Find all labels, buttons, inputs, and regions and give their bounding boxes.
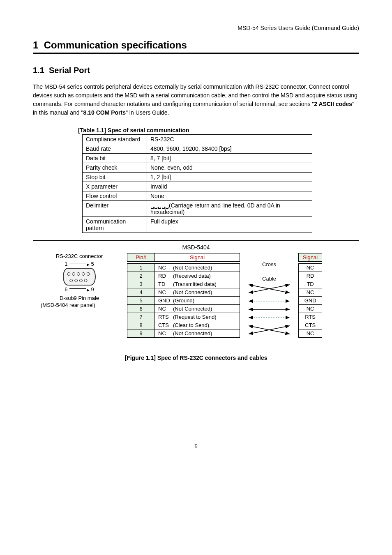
cross-label-2: Cable bbox=[247, 276, 292, 282]
pin-num: 5 bbox=[127, 297, 155, 305]
table-row: 5GND(Ground) bbox=[127, 297, 240, 305]
section-heading-1: 1 Communication specifications bbox=[33, 39, 359, 54]
sig-right-cell: RD bbox=[299, 272, 322, 280]
pin-num: 2 bbox=[127, 272, 155, 280]
signal-right-table: Signal NC RD TD NC GND NC RTS CTS NC bbox=[298, 253, 322, 338]
arrow-icon bbox=[69, 263, 86, 263]
pin-signal: RD(Received data) bbox=[155, 272, 240, 280]
table-row: NC bbox=[299, 264, 322, 272]
pin-num: 6 bbox=[127, 305, 155, 313]
pin-range-top: 1 5 bbox=[38, 261, 120, 267]
sig-right-cell: CTS bbox=[299, 321, 322, 329]
spec-val: 8, 7 [bit] bbox=[147, 154, 312, 163]
spec-val: RS-232C bbox=[147, 135, 312, 144]
pin-signal: GND(Ground) bbox=[155, 297, 240, 305]
pin-signal: CTS(Clear to Send) bbox=[155, 321, 240, 329]
body-b1: 2 ASCII codes bbox=[314, 101, 352, 107]
sig-right-header: Signal bbox=[299, 253, 322, 262]
body-p3: " in Users Guide. bbox=[126, 109, 169, 116]
spec-val: ␣␣␣␣␣(Carriage return and line feed, 0D … bbox=[147, 201, 312, 217]
pin-num: 1 bbox=[127, 264, 155, 272]
figure-box: MSD-5404 RS-232C connector 1 5 ○○○○○ ○○○… bbox=[33, 240, 359, 351]
table-row: 3TD(Transmitted data) bbox=[127, 280, 240, 288]
pin-num: 7 bbox=[127, 313, 155, 321]
pin-num: 8 bbox=[127, 321, 155, 329]
dsub9-label: D-sub9 Pin male bbox=[38, 295, 120, 301]
figure-title: MSD-5404 bbox=[38, 244, 354, 251]
table-row: Parity checkNone, even, odd bbox=[83, 163, 312, 173]
spec-val: Invalid bbox=[147, 182, 312, 191]
table-row: 9NC(Not Connected) bbox=[127, 329, 240, 338]
pin-signal: RTS(Request to Send) bbox=[155, 313, 240, 321]
body-paragraph: The MSD-54 series controls peripheral de… bbox=[33, 83, 359, 117]
arrowhead-icon bbox=[88, 261, 90, 267]
table-row: Baud rate4800, 9600, 19200, 38400 [bps] bbox=[83, 144, 312, 154]
table-row: 8CTS(Clear to Send) bbox=[127, 321, 240, 329]
spec-val: None, even, odd bbox=[147, 163, 312, 173]
table-row: X parameterInvalid bbox=[83, 182, 312, 191]
spec-val: 1, 2 [bit] bbox=[147, 173, 312, 182]
pin-to: 5 bbox=[91, 261, 94, 267]
sig-right-cell: TD bbox=[299, 280, 322, 288]
table-row: RD bbox=[299, 272, 322, 280]
table-row: GND bbox=[299, 297, 322, 305]
connector-label: RS-232C connector bbox=[38, 253, 120, 259]
spec-key: Baud rate bbox=[83, 144, 147, 154]
spec-key: Delimiter bbox=[83, 201, 147, 217]
pin-range-bottom: 6 9 bbox=[38, 286, 120, 292]
cross-cable-icon bbox=[247, 283, 292, 344]
pin-from: 6 bbox=[65, 286, 67, 292]
table-row: NC bbox=[299, 305, 322, 313]
page-number: 5 bbox=[33, 443, 359, 449]
sig-right-cell: NC bbox=[299, 264, 322, 272]
pin-num: 4 bbox=[127, 288, 155, 297]
table-row: RTS bbox=[299, 313, 322, 321]
figure-caption: [Figure 1.1] Spec of RS-232C connectors … bbox=[33, 355, 359, 361]
h2-title: Serial Port bbox=[49, 66, 90, 75]
arrowhead-icon bbox=[88, 286, 90, 292]
pin-signal: NC(Not Connected) bbox=[155, 288, 240, 297]
table-row: NC bbox=[299, 329, 322, 338]
pin-signal: TD(Transmitted data) bbox=[155, 280, 240, 288]
table-row: Stop bit1, 2 [bit] bbox=[83, 173, 312, 182]
spec-key: Parity check bbox=[83, 163, 147, 173]
spec-key: Communication pattern bbox=[83, 217, 147, 233]
table-row: NC bbox=[299, 288, 322, 297]
h2-num: 1.1 bbox=[33, 66, 44, 75]
table-row: Flow controlNone bbox=[83, 191, 312, 201]
pin-signal: NC(Not Connected) bbox=[155, 305, 240, 313]
pin-header-pin: Pin# bbox=[127, 253, 155, 262]
table-row: 2RD(Received data) bbox=[127, 272, 240, 280]
spec-val: 4800, 9600, 19200, 38400 [bps] bbox=[147, 144, 312, 154]
table-row: Communication patternFull duplex bbox=[83, 217, 312, 233]
pin-to: 9 bbox=[91, 286, 94, 292]
table-header-row: Signal bbox=[299, 253, 322, 262]
db9-icon: ○○○○○ ○○○○ bbox=[63, 268, 95, 286]
sig-right-cell: NC bbox=[299, 288, 322, 297]
spec-table: Compliance standardRS-232C Baud rate4800… bbox=[82, 134, 312, 233]
spec-val: Full duplex bbox=[147, 217, 312, 233]
pin-signal: NC(Not Connected) bbox=[155, 329, 240, 338]
pin-num: 3 bbox=[127, 280, 155, 288]
spec-key: Stop bit bbox=[83, 173, 147, 182]
header-text: MSD-54 Series Users Guide (Command Guide… bbox=[33, 25, 359, 31]
sig-right-cell: GND bbox=[299, 297, 322, 305]
cross-cable-diagram: Cross Cable bbox=[247, 253, 292, 344]
connector-diagram: RS-232C connector 1 5 ○○○○○ ○○○○ 6 9 D-s… bbox=[38, 253, 120, 308]
body-p1: The MSD-54 series controls peripheral de… bbox=[33, 83, 357, 107]
table-row: TD bbox=[299, 280, 322, 288]
table-row: CTS bbox=[299, 321, 322, 329]
section-heading-1-1: 1.1 Serial Port bbox=[33, 66, 359, 75]
sig-right-cell: RTS bbox=[299, 313, 322, 321]
body-b2: 8.10 COM Ports bbox=[83, 109, 126, 116]
pin-table: Pin# Signal 1NC(Not Connected) 2RD(Recei… bbox=[127, 253, 240, 338]
sig-right-cell: NC bbox=[299, 305, 322, 313]
cross-label-1: Cross bbox=[247, 261, 292, 267]
h1-title: Communication specifications bbox=[44, 39, 187, 51]
rear-panel-label: (MSD-5404 rear panel) bbox=[38, 302, 120, 308]
arrow-icon bbox=[69, 288, 86, 289]
spec-key: Flow control bbox=[83, 191, 147, 201]
sig-right-cell: NC bbox=[299, 329, 322, 338]
pin-from: 1 bbox=[65, 261, 67, 267]
spec-key: Data bit bbox=[83, 154, 147, 163]
